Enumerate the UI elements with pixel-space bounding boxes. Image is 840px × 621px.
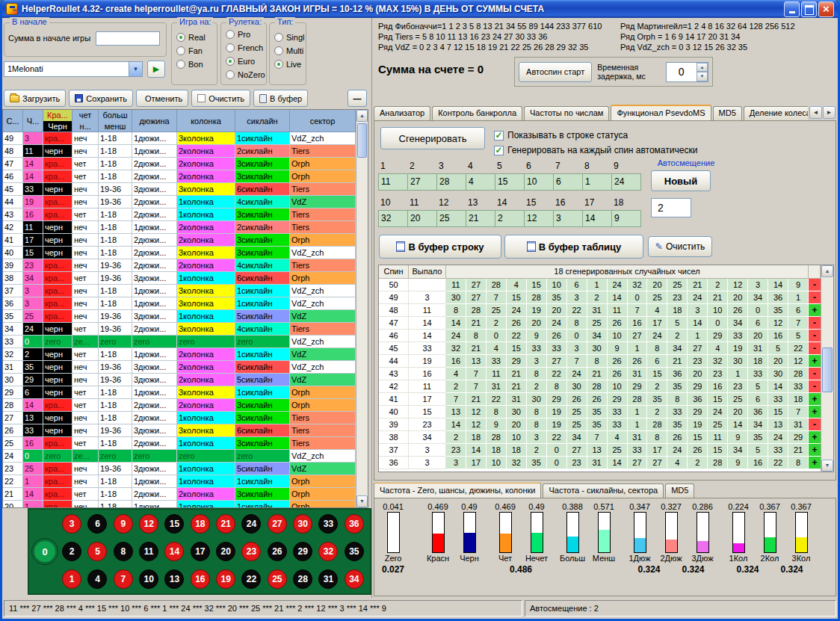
board-number[interactable]: 35 (342, 538, 367, 566)
spin-table-row[interactable]: 4614кра...чет1-182дюжи...2колонка3сиклай… (3, 170, 356, 183)
board-number[interactable]: 14 (161, 538, 187, 566)
column-header[interactable]: сиклайн (235, 110, 290, 132)
scrollbar-thumb[interactable] (357, 123, 367, 158)
spin-table-row[interactable]: 322чернчет1-181дюжи...2колонка1сиклайнVd… (3, 348, 356, 361)
spin-table-row[interactable]: 2114кра...чет1-182дюжи...2колонка3сиклай… (3, 488, 356, 501)
scroll-down-icon[interactable]: ▼ (821, 460, 833, 472)
board-number[interactable]: 10 (136, 565, 161, 593)
spin-table-row[interactable]: 3424чернчет19-362дюжи...3колонка4сиклайн… (3, 323, 356, 336)
spin-table-row[interactable]: 330zeroze...zerozerozerozeroVdZ_zch (3, 336, 356, 348)
toolbar-button-erase[interactable]: Очистить (191, 90, 250, 107)
radio-multi[interactable]: Multi (274, 46, 306, 56)
tab-item[interactable]: Функционал PsevdoMS (611, 105, 711, 120)
spin-table-row[interactable]: 4015черннеч1-182дюжи...3колонка3сиклайнV… (3, 247, 356, 259)
board-number[interactable]: 24 (238, 510, 264, 538)
clear-button[interactable]: ✎ Очистить (648, 236, 712, 257)
radio-live[interactable]: Live (274, 59, 306, 69)
play-button[interactable]: ▶ (147, 61, 165, 78)
spin-table-row[interactable]: 4533черннеч19-363дюжи...3колонка6сиклайн… (3, 183, 356, 196)
tab-item[interactable]: MD5 (665, 483, 694, 498)
board-number[interactable]: 23 (238, 538, 264, 566)
maximize-button[interactable] (801, 1, 817, 17)
tab-item[interactable]: Частоты по числам (524, 106, 609, 120)
tab-item[interactable]: Анализатор (374, 106, 430, 120)
column-header[interactable]: Ч... (23, 110, 43, 132)
board-number[interactable]: 31 (315, 565, 341, 593)
board-number[interactable]: 3 (59, 510, 84, 538)
board-number[interactable]: 8 (111, 538, 136, 566)
board-number[interactable]: 34 (342, 565, 367, 593)
radio-fan[interactable]: Fan (176, 46, 217, 56)
board-number[interactable]: 7 (111, 565, 136, 593)
board-number[interactable]: 4 (84, 565, 110, 593)
board-number[interactable]: 15 (161, 510, 187, 538)
board-number[interactable]: 32 (315, 538, 341, 566)
board-number[interactable]: 16 (188, 565, 213, 593)
board-number[interactable]: 5 (84, 538, 110, 566)
spin-table-row[interactable]: 3525кра...неч19-363дюжи...1колонка5сикла… (3, 310, 356, 323)
board-number[interactable]: 11 (136, 538, 161, 566)
spin-table-row[interactable]: 3834кра...чет19-363дюжи...1колонка6сикла… (3, 272, 356, 285)
spin-table-row[interactable]: 4316кра...чет1-182дюжи...1колонка3сиклай… (3, 208, 356, 221)
tab-item[interactable]: Частота - Zero, шансы, дюжины, колонки (374, 483, 541, 498)
minimize-button[interactable] (784, 1, 800, 17)
board-number[interactable]: 19 (213, 565, 238, 593)
spin-table-row[interactable]: 2633черннеч19-363дюжи...3колонка6сиклайн… (3, 424, 356, 437)
spin-table-scrollbar[interactable]: ▲ ▼ (356, 110, 368, 507)
spin-table-row[interactable]: 3029черннеч19-363дюжи...2колонка5сиклайн… (3, 374, 356, 386)
radio-nozero[interactable]: NoZero (226, 69, 266, 80)
board-number[interactable]: 13 (161, 565, 187, 593)
spin-table-row[interactable]: 363кра...неч1-181дюжи...3колонка1сиклайн… (3, 297, 356, 310)
board-number[interactable]: 17 (188, 538, 213, 566)
spin-table-row[interactable]: 4714кра...чет1-182дюжи...2колонка3сиклай… (3, 158, 356, 170)
generated-table-scrollbar[interactable]: ▲ ▼ (821, 265, 833, 472)
column-header[interactable]: четн... (72, 110, 99, 132)
board-number[interactable]: 18 (188, 510, 213, 538)
spin-table-row[interactable]: 221кра...неч1-181дюжи...1колонка1сиклайн… (3, 475, 356, 488)
radio-bon[interactable]: Bon (176, 59, 217, 69)
spin-table-row[interactable]: 3923кра...неч19-362дюжи...2колонка4сикла… (3, 259, 356, 272)
tab-item[interactable]: Частота - сиклайны, сектора (543, 483, 664, 498)
column-header[interactable]: колонка (177, 110, 235, 132)
spin-table-row[interactable]: 3135черннеч19-363дюжи...2колонка6сиклайн… (3, 361, 356, 374)
board-number[interactable]: 28 (290, 565, 315, 593)
show-in-status-checkbox[interactable]: Показывать в строке статуса (494, 130, 628, 140)
spin-table-row[interactable]: 4811черннеч1-181дюжи...2колонка2сиклайнT… (3, 145, 356, 158)
title-bar[interactable]: HelperRoullet 4.32- create helperroullet… (2, 0, 838, 18)
generate-button[interactable]: Сгенерировать (380, 127, 485, 149)
spinner-down-icon[interactable]: ▼ (697, 72, 708, 81)
scroll-up-icon[interactable]: ▲ (356, 110, 368, 122)
board-number[interactable]: 36 (342, 510, 367, 538)
column-header[interactable]: дюжина (132, 110, 177, 132)
column-header[interactable]: большменш (99, 110, 132, 132)
tab-scroll-left-icon[interactable]: ◄ (809, 106, 822, 119)
spin-table-row[interactable]: 2814кра...чет1-182дюжи...2колонка3сиклай… (3, 399, 356, 412)
spin-table-row[interactable]: 4117черннеч1-182дюжи...2колонка3сиклайнO… (3, 234, 356, 247)
column-header[interactable]: С... (3, 110, 23, 132)
radio-singl[interactable]: Singl (274, 32, 306, 43)
board-number[interactable]: 12 (136, 510, 161, 538)
board-number[interactable]: 26 (265, 538, 290, 566)
generate-each-spin-checkbox[interactable]: Генерировать на каждый спин автоматическ… (494, 145, 697, 155)
board-number[interactable]: 33 (315, 510, 341, 538)
radio-real[interactable]: Real (176, 32, 217, 43)
scroll-down-icon[interactable]: ▼ (356, 495, 368, 507)
column-header[interactable]: сектор (290, 110, 356, 132)
column-header[interactable]: Кра...Черн (43, 110, 72, 132)
tab-item[interactable]: MD5 (713, 106, 742, 120)
board-number[interactable]: 1 (59, 565, 84, 593)
collapse-button[interactable]: — (348, 90, 367, 107)
spin-table-row[interactable]: 240zeroze...zerozerozerozeroVdZ_zch (3, 450, 356, 463)
autoshift-input[interactable] (651, 198, 691, 217)
board-zero-cell[interactable]: 0 (31, 538, 59, 565)
toolbar-button-disk[interactable]: Сохранить (69, 90, 133, 107)
spin-table-row[interactable]: 2516кра...чет1-182дюжи...1колонка3сиклай… (3, 437, 356, 450)
profile-combobox[interactable]: 1Melonati ▼ (4, 61, 143, 77)
board-number[interactable]: 29 (290, 538, 315, 566)
delay-spinner[interactable]: 0 ▲ ▼ (666, 62, 709, 82)
chevron-down-icon[interactable]: ▼ (129, 61, 143, 77)
board-number[interactable]: 27 (265, 510, 290, 538)
spin-table-row[interactable]: 2325кра...неч19-363дюжи...1колонка5сикла… (3, 463, 356, 475)
toolbar-button-clipboard[interactable]: В буфер (253, 90, 308, 107)
new-button[interactable]: Новый (651, 170, 711, 191)
